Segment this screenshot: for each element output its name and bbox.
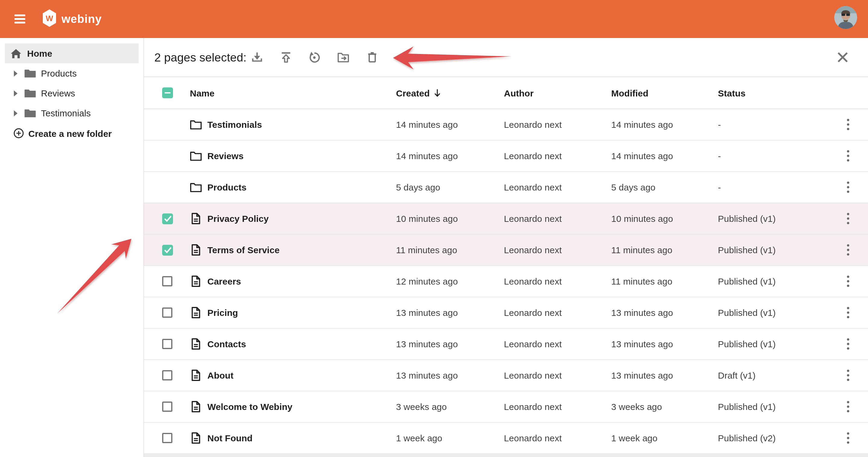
create-new-folder-button[interactable]: Create a new folder (0, 124, 144, 142)
restore-button[interactable] (307, 50, 321, 64)
row-modified: 3 weeks ago (611, 401, 718, 412)
kebab-menu-icon[interactable] (843, 179, 854, 196)
row-checkbox[interactable] (162, 370, 173, 380)
row-type-icon (190, 244, 202, 256)
document-icon (191, 338, 201, 350)
table-row[interactable]: Products 5 days ago Leonardo next 5 days… (144, 172, 868, 203)
column-header-status[interactable]: Status (718, 88, 843, 98)
row-name[interactable]: Contacts (207, 339, 246, 349)
table-body: Testimonials 14 minutes ago Leonardo nex… (144, 109, 868, 454)
document-icon (191, 212, 201, 225)
row-checkbox[interactable] (162, 276, 173, 286)
row-status: Published (v1) (718, 307, 843, 318)
table-row[interactable]: Not Found 1 week ago Leonardo next 1 wee… (144, 423, 868, 454)
row-status: Published (v2) (718, 433, 843, 443)
row-author: Leonardo next (504, 182, 611, 192)
row-modified: 13 minutes ago (611, 339, 718, 349)
download-button[interactable] (250, 50, 264, 64)
caret-right-icon[interactable] (14, 70, 18, 76)
move-to-folder-button[interactable] (336, 50, 350, 64)
close-selection-button[interactable] (837, 52, 848, 63)
row-created: 13 minutes ago (396, 339, 504, 349)
user-avatar[interactable] (834, 6, 857, 29)
select-all-checkbox-indeterminate[interactable] (162, 87, 173, 98)
kebab-menu-icon[interactable] (843, 398, 854, 416)
caret-right-icon[interactable] (14, 110, 18, 116)
row-created: 5 days ago (396, 182, 504, 192)
column-header-modified[interactable]: Modified (611, 88, 718, 98)
row-modified: 1 week ago (611, 433, 718, 443)
row-author: Leonardo next (504, 370, 611, 380)
column-header-author[interactable]: Author (504, 88, 611, 98)
row-name[interactable]: Welcome to Webiny (207, 401, 292, 412)
row-name[interactable]: Testimonials (207, 119, 262, 130)
row-modified: 13 minutes ago (611, 370, 718, 380)
row-modified: 11 minutes ago (611, 276, 718, 286)
row-name[interactable]: Terms of Service (207, 245, 280, 255)
column-header-name[interactable]: Name (190, 88, 396, 98)
kebab-menu-icon[interactable] (843, 335, 854, 353)
restore-icon (307, 50, 321, 64)
caret-right-icon[interactable] (14, 90, 18, 96)
row-name[interactable]: About (207, 370, 234, 380)
row-name[interactable]: Careers (207, 276, 241, 286)
publish-button[interactable] (278, 50, 293, 64)
kebab-menu-icon[interactable] (843, 147, 854, 164)
svg-text:W: W (46, 14, 53, 23)
row-name[interactable]: Pricing (207, 307, 238, 318)
sidebar-item-home[interactable]: Home (5, 43, 138, 63)
table-row[interactable]: Contacts 13 minutes ago Leonardo next 13… (144, 329, 868, 360)
row-checkbox[interactable] (162, 401, 173, 412)
row-modified: 14 minutes ago (611, 119, 718, 130)
row-author: Leonardo next (504, 339, 611, 349)
row-checkbox[interactable] (162, 213, 173, 224)
table-row[interactable]: Privacy Policy 10 minutes ago Leonardo n… (144, 203, 868, 235)
table-row[interactable]: Careers 12 minutes ago Leonardo next 11 … (144, 266, 868, 297)
webiny-logo-icon: W (42, 9, 57, 27)
row-modified: 14 minutes ago (611, 151, 718, 161)
row-checkbox[interactable] (162, 244, 173, 255)
table-row[interactable]: Welcome to Webiny 3 weeks ago Leonardo n… (144, 391, 868, 423)
delete-button[interactable] (365, 50, 379, 64)
folder-icon (24, 88, 36, 98)
kebab-menu-icon[interactable] (843, 304, 854, 321)
row-checkbox[interactable] (162, 307, 173, 318)
row-type-icon (190, 212, 202, 225)
column-header-created[interactable]: Created (396, 88, 504, 98)
kebab-menu-icon[interactable] (843, 116, 854, 133)
table-row[interactable]: Testimonials 14 minutes ago Leonardo nex… (144, 109, 868, 141)
row-checkbox[interactable] (162, 339, 173, 349)
table-row[interactable]: Pricing 13 minutes ago Leonardo next 13 … (144, 297, 868, 329)
row-modified: 13 minutes ago (611, 307, 718, 318)
sidebar-item-testimonials[interactable]: Testimonials (0, 103, 144, 123)
row-status: Published (v1) (718, 339, 843, 349)
row-name[interactable]: Products (207, 182, 247, 192)
kebab-menu-icon[interactable] (843, 210, 854, 227)
table-row[interactable]: About 13 minutes ago Leonardo next 13 mi… (144, 360, 868, 391)
sidebar-item-reviews[interactable]: Reviews (0, 83, 144, 103)
kebab-menu-icon[interactable] (843, 367, 854, 384)
kebab-menu-icon[interactable] (843, 429, 854, 447)
kebab-menu-icon[interactable] (843, 241, 854, 258)
row-created: 10 minutes ago (396, 213, 504, 224)
row-type-icon (190, 275, 202, 287)
row-status: Published (v1) (718, 213, 843, 224)
row-name[interactable]: Not Found (207, 433, 253, 443)
table-row[interactable]: Terms of Service 11 minutes ago Leonardo… (144, 235, 868, 266)
hamburger-menu-icon[interactable] (14, 14, 25, 24)
row-name[interactable]: Reviews (207, 151, 244, 161)
sidebar-item-products[interactable]: Products (0, 63, 144, 83)
row-checkbox[interactable] (162, 433, 173, 443)
row-status: Published (v1) (718, 276, 843, 286)
brand-wordmark: webiny (61, 0, 102, 38)
row-name[interactable]: Privacy Policy (207, 213, 269, 224)
kebab-menu-icon[interactable] (843, 273, 854, 290)
row-author: Leonardo next (504, 307, 611, 318)
table-row[interactable]: Reviews 14 minutes ago Leonardo next 14 … (144, 141, 868, 172)
publish-icon (279, 50, 293, 64)
row-created: 1 week ago (396, 433, 504, 443)
selection-count-label: 2 pages selected: (154, 38, 247, 77)
folder-icon (190, 182, 202, 192)
row-status: Published (v1) (718, 245, 843, 255)
app-window: W webiny Home (0, 0, 868, 457)
